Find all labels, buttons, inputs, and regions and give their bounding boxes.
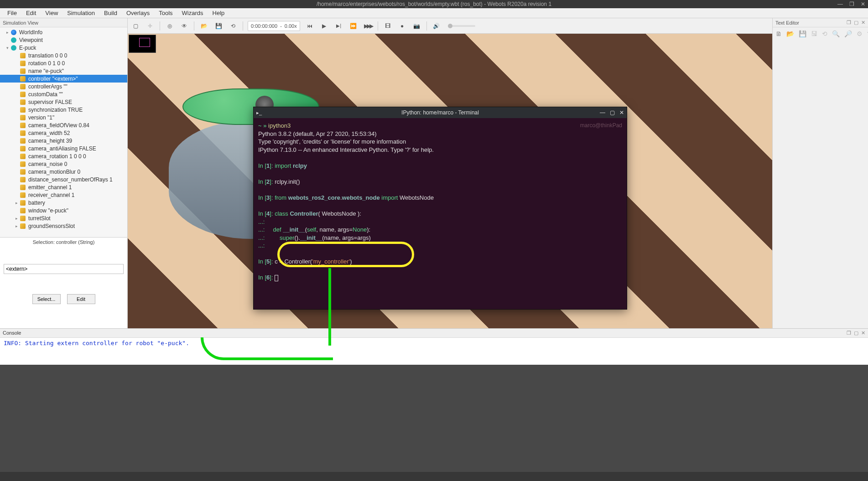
- tree-item[interactable]: version "1": [0, 114, 127, 121]
- cube-icon: [20, 208, 26, 213]
- tree-item[interactable]: supervisor FALSE: [0, 98, 127, 106]
- cube-icon: [20, 61, 26, 66]
- maximize-pane-icon[interactable]: ▢: [854, 20, 858, 26]
- tree-item[interactable]: translation 0 0 0: [0, 52, 127, 59]
- add-icon[interactable]: ✚: [145, 21, 155, 31]
- tree-item[interactable]: ▸battery: [0, 199, 127, 207]
- terminal-window[interactable]: ▸_ IPython: home/marco - Terminal — ▢ ✕ …: [253, 107, 627, 310]
- main-toolbar: ▢ ✚ ◎ 👁 📂 💾 ⟲ 0:00:00:000 - 0.00x ⏮ ▶ ▶|…: [128, 18, 772, 34]
- step-icon[interactable]: ▶|: [334, 21, 344, 31]
- terminal-icon: ▸_: [256, 110, 262, 116]
- maximize-icon[interactable]: ❐: [849, 1, 854, 7]
- camera-overlay[interactable]: [129, 35, 156, 53]
- tree-item[interactable]: ▸turretSlot: [0, 214, 127, 222]
- tree-item[interactable]: emitter_channel 1: [0, 183, 127, 191]
- menu-file[interactable]: File: [3, 9, 21, 17]
- close-icon[interactable]: ✕: [861, 1, 865, 7]
- volume-slider[interactable]: [448, 25, 475, 27]
- menu-edit[interactable]: Edit: [21, 9, 41, 17]
- terminal-titlebar[interactable]: ▸_ IPython: home/marco - Terminal — ▢ ✕: [254, 107, 627, 118]
- tree-item[interactable]: window "e-puck": [0, 207, 127, 214]
- record-dot-icon[interactable]: ●: [397, 21, 407, 31]
- camera-icon[interactable]: 📷: [412, 21, 422, 31]
- tree-item-label: camera_antiAliasing FALSE: [28, 145, 96, 152]
- tree-item-label: name "e-puck": [28, 68, 64, 74]
- save-icon[interactable]: 💾: [213, 21, 223, 31]
- menu-wizards[interactable]: Wizards: [177, 9, 208, 17]
- menu-overlays[interactable]: Overlays: [122, 9, 154, 17]
- fast-icon[interactable]: ⏩: [348, 21, 359, 31]
- tree-item[interactable]: name "e-puck": [0, 67, 127, 75]
- cube-icon: [20, 223, 26, 229]
- settings-icon[interactable]: ⚙: [857, 30, 863, 37]
- tree-item[interactable]: synchronization TRUE: [0, 106, 127, 114]
- movie-icon[interactable]: 🎞: [383, 21, 393, 31]
- tree-item-label: synchronization TRUE: [28, 107, 83, 113]
- window-title: /home/marco/enterprises/webots/ros_bot/w…: [317, 1, 551, 7]
- revert-icon[interactable]: ⟲: [822, 30, 827, 37]
- save-file-icon[interactable]: 💾: [799, 30, 806, 37]
- cube-icon: [20, 146, 26, 151]
- new-icon[interactable]: ▢: [130, 21, 140, 31]
- tree-item[interactable]: controllerArgs "": [0, 83, 127, 90]
- tree-item[interactable]: rotation 0 1 0 0: [0, 59, 127, 67]
- terminal-body[interactable]: marco@thinkPad ~ » ipython3 Python 3.8.2…: [254, 118, 627, 285]
- find-icon[interactable]: 🔍: [832, 30, 840, 37]
- tree-item[interactable]: customData "": [0, 90, 127, 98]
- tree-item[interactable]: ▾E-puck: [0, 44, 127, 52]
- restore-icon[interactable]: ❐: [847, 20, 851, 26]
- text-editor-pane: Text Editor ❐ ▢ ✕ 🗎 📂 💾 🖫 ⟲ 🔍 🔎 ⚙ ?: [772, 18, 868, 328]
- tree-item[interactable]: distance_sensor_numberOfRays 1: [0, 176, 127, 183]
- terminal-close-icon[interactable]: ✕: [619, 109, 624, 116]
- close-pane-icon[interactable]: ✕: [861, 20, 865, 26]
- tree-item[interactable]: camera_width 52: [0, 129, 127, 137]
- tree-item[interactable]: controller "<extern>": [0, 75, 127, 83]
- controller-input[interactable]: [4, 264, 124, 274]
- menu-tools[interactable]: Tools: [154, 9, 177, 17]
- pane-label: Simulation View: [3, 20, 38, 26]
- play-icon[interactable]: ▶: [319, 21, 329, 31]
- tree-item[interactable]: camera_noise 0: [0, 160, 127, 168]
- record-icon[interactable]: ◎: [165, 21, 175, 31]
- open-icon[interactable]: 📂: [199, 21, 209, 31]
- menu-view[interactable]: View: [41, 9, 62, 17]
- menu-simulation[interactable]: Simulation: [62, 9, 99, 17]
- tree-item[interactable]: camera_fieldOfView 0.84: [0, 121, 127, 129]
- tree-item[interactable]: Viewpoint: [0, 36, 127, 44]
- menu-build[interactable]: Build: [99, 9, 122, 17]
- tree-item-label: rotation 0 1 0 0: [28, 60, 65, 67]
- reload-icon[interactable]: ⟲: [228, 21, 238, 31]
- console-close-icon[interactable]: ✕: [861, 330, 865, 336]
- tree-item-label: translation 0 0 0: [28, 52, 67, 59]
- rewind-icon[interactable]: ⏮: [305, 21, 315, 31]
- cam-icon: [11, 37, 16, 43]
- scene-tree-pane: Simulation View ▸WorldInfoViewpoint▾E-pu…: [0, 18, 128, 328]
- terminal-minimize-icon[interactable]: —: [600, 109, 605, 116]
- save-as-icon[interactable]: 🖫: [811, 30, 817, 37]
- replace-icon[interactable]: 🔎: [844, 30, 852, 37]
- tree-item[interactable]: receiver_channel 1: [0, 191, 127, 199]
- minimize-icon[interactable]: —: [837, 1, 843, 7]
- console-restore-icon[interactable]: ❐: [847, 330, 851, 336]
- visibility-icon[interactable]: 👁: [179, 21, 189, 31]
- terminal-maximize-icon[interactable]: ▢: [610, 109, 615, 116]
- fastest-icon[interactable]: ▶▶▶: [363, 21, 373, 31]
- menu-bar: File Edit View Simulation Build Overlays…: [0, 8, 868, 18]
- tree-item[interactable]: camera_antiAliasing FALSE: [0, 145, 127, 152]
- new-file-icon[interactable]: 🗎: [775, 30, 782, 37]
- tree-item-label: battery: [28, 200, 45, 206]
- scene-tree[interactable]: ▸WorldInfoViewpoint▾E-pucktranslation 0 …: [0, 27, 127, 237]
- cube-icon: [20, 192, 26, 198]
- select-button[interactable]: Select...: [32, 294, 61, 304]
- console-max-icon[interactable]: ▢: [854, 330, 858, 336]
- tree-item[interactable]: camera_rotation 1 0 0 0: [0, 152, 127, 160]
- tree-item[interactable]: ▸WorldInfo: [0, 28, 127, 36]
- tree-item[interactable]: ▸groundSensorsSlot: [0, 222, 127, 230]
- sound-icon[interactable]: 🔊: [431, 21, 442, 31]
- tree-item[interactable]: camera_motionBlur 0: [0, 168, 127, 176]
- cube-icon: [20, 177, 26, 182]
- menu-help[interactable]: Help: [208, 9, 229, 17]
- open-file-icon[interactable]: 📂: [786, 30, 794, 37]
- edit-button[interactable]: Edit: [67, 294, 95, 304]
- tree-item[interactable]: camera_height 39: [0, 137, 127, 145]
